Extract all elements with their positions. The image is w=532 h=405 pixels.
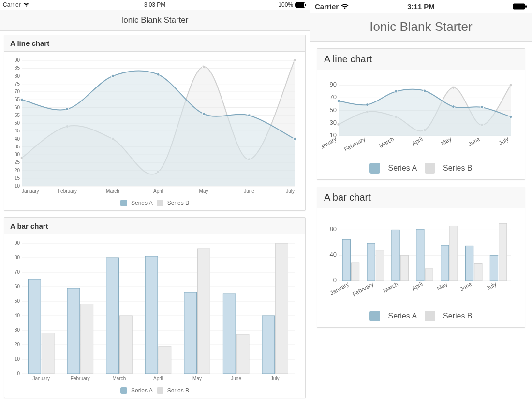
legend-label-a: Series A	[388, 164, 417, 173]
legend-label-a: Series A	[388, 312, 417, 320]
svg-rect-156	[490, 255, 498, 281]
svg-rect-84	[106, 258, 119, 374]
page-title: Ionic Blank Starter	[369, 19, 472, 34]
legend: Series A Series B	[322, 157, 520, 176]
svg-text:June: June	[244, 188, 254, 194]
svg-text:March: March	[382, 280, 399, 294]
clock: 3:03 PM	[144, 1, 166, 8]
svg-rect-150	[441, 245, 449, 281]
legend-swatch-a	[120, 387, 127, 394]
svg-text:80: 80	[15, 73, 20, 79]
svg-rect-94	[236, 334, 249, 374]
card-header-bar: A bar chart	[317, 187, 525, 208]
svg-text:90: 90	[330, 81, 337, 88]
svg-text:70: 70	[15, 89, 20, 94]
svg-text:April: April	[153, 188, 163, 194]
svg-text:30: 30	[15, 327, 20, 333]
content-right: A line chart 1030507090JanuaryFebruaryMa…	[310, 42, 532, 405]
svg-point-55	[202, 113, 205, 116]
svg-text:May: May	[199, 188, 208, 194]
svg-text:July: July	[498, 135, 510, 146]
card-header-bar: A bar chart	[4, 218, 305, 234]
svg-rect-93	[223, 294, 236, 374]
svg-rect-142	[376, 250, 384, 281]
svg-text:50: 50	[330, 106, 337, 114]
svg-rect-100	[525, 5, 527, 8]
svg-text:60: 60	[15, 105, 20, 110]
clock: 3:11 PM	[407, 2, 435, 11]
line-chart[interactable]: 1030507090JanuaryFebruaryMarchAprilMayJu…	[322, 75, 520, 157]
battery-percent: 100%	[278, 1, 293, 8]
svg-rect-151	[450, 226, 458, 281]
svg-text:90: 90	[15, 58, 20, 63]
legend-swatch-b	[157, 387, 163, 394]
card-bar-chart: A bar chart 0102030405060708090JanuaryFe…	[4, 217, 306, 398]
card-header-line: A line chart	[317, 49, 525, 70]
wifi-icon	[340, 3, 349, 10]
svg-text:May: May	[436, 280, 449, 291]
battery-icon	[513, 3, 527, 10]
svg-rect-147	[416, 229, 424, 281]
legend-swatch-b	[425, 311, 435, 321]
svg-text:45: 45	[15, 128, 20, 133]
svg-text:65: 65	[15, 97, 20, 102]
battery-icon	[295, 2, 307, 8]
svg-point-52	[66, 108, 69, 111]
svg-text:20: 20	[15, 342, 20, 347]
svg-text:40: 40	[15, 313, 20, 318]
svg-text:80: 80	[15, 255, 20, 260]
svg-text:75: 75	[15, 81, 20, 87]
svg-point-56	[248, 114, 251, 117]
svg-rect-139	[351, 263, 359, 281]
svg-text:March: March	[378, 135, 395, 149]
svg-point-48	[202, 65, 205, 68]
svg-rect-148	[425, 269, 433, 281]
svg-point-127	[395, 90, 398, 93]
svg-rect-96	[262, 316, 275, 374]
svg-point-128	[423, 89, 426, 92]
card-line-chart: A line chart 101520253035404550556065707…	[4, 35, 306, 211]
svg-text:0: 0	[333, 276, 337, 284]
svg-rect-157	[499, 223, 507, 281]
legend-swatch-b	[157, 200, 163, 206]
svg-rect-87	[145, 256, 158, 374]
svg-text:55: 55	[15, 113, 20, 118]
svg-text:July: July	[486, 280, 498, 291]
svg-text:0: 0	[17, 371, 20, 376]
svg-text:80: 80	[330, 225, 337, 232]
svg-text:50: 50	[15, 298, 20, 304]
svg-text:April: April	[411, 280, 424, 292]
legend: Series A Series B	[322, 305, 520, 324]
svg-rect-1	[296, 3, 304, 7]
legend-swatch-a	[369, 163, 380, 174]
svg-text:June: June	[231, 376, 241, 381]
status-bar: Carrier 3:03 PM 100%	[0, 0, 310, 10]
card-line-chart: A line chart 1030507090JanuaryFebruaryMa…	[317, 48, 525, 180]
wifi-icon	[23, 2, 30, 7]
bar-chart[interactable]: 04080JanuaryFebruaryMarchAprilMayJuneJul…	[322, 213, 520, 305]
svg-text:40: 40	[15, 136, 20, 142]
svg-rect-154	[474, 263, 482, 281]
svg-text:25: 25	[15, 159, 20, 165]
svg-rect-85	[119, 316, 132, 374]
svg-text:40: 40	[330, 251, 337, 258]
svg-text:March: March	[113, 376, 126, 381]
svg-rect-82	[81, 304, 93, 374]
svg-text:June: June	[459, 280, 473, 292]
bar-chart[interactable]: 0102030405060708090JanuaryFebruaryMarchA…	[9, 239, 300, 384]
legend-label-a: Series A	[131, 200, 153, 206]
svg-text:20: 20	[15, 168, 20, 173]
svg-rect-2	[305, 4, 306, 6]
svg-rect-78	[29, 279, 41, 374]
svg-text:70: 70	[330, 93, 337, 101]
line-chart[interactable]: 1015202530354045505560657075808590Januar…	[9, 57, 300, 197]
svg-text:January: January	[22, 188, 39, 194]
svg-text:January: January	[32, 376, 50, 381]
svg-rect-153	[465, 246, 473, 281]
legend-label-b: Series B	[443, 164, 472, 173]
svg-rect-141	[367, 243, 375, 281]
svg-point-122	[452, 86, 455, 89]
svg-rect-79	[42, 333, 54, 374]
page-title: Ionic Blank Starter	[121, 15, 189, 25]
legend: Series A Series B	[9, 197, 300, 207]
